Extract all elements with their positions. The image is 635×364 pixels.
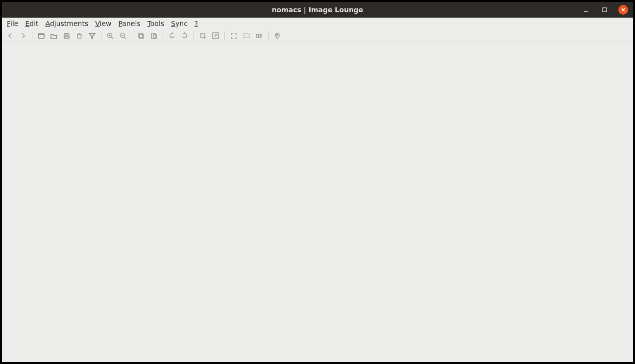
menu-adjustments[interactable]: Adjustments <box>46 20 89 27</box>
delete-icon[interactable] <box>74 30 85 41</box>
gps-icon[interactable] <box>272 30 283 41</box>
menu-tools[interactable]: Tools <box>147 20 165 27</box>
next-icon[interactable] <box>18 30 28 41</box>
zoom-in-icon[interactable] <box>105 30 116 41</box>
toolbar <box>2 29 633 42</box>
svg-marker-7 <box>89 33 95 38</box>
resize-icon[interactable] <box>210 30 221 41</box>
svg-rect-1 <box>603 8 607 12</box>
toolbar-separator <box>132 31 132 40</box>
zoom-out-icon[interactable] <box>118 30 128 41</box>
svg-line-9 <box>112 37 114 39</box>
app-window: nomacs | Image Lounge File Edit Adjustme… <box>1 1 634 363</box>
menu-panels[interactable]: Panels <box>119 20 141 27</box>
fullscreen-icon[interactable] <box>228 30 239 41</box>
thumbnails-icon[interactable] <box>254 30 265 41</box>
menu-sync[interactable]: Sync <box>171 20 188 27</box>
toolbar-separator <box>268 31 269 40</box>
svg-rect-22 <box>259 34 261 37</box>
svg-rect-20 <box>244 34 249 38</box>
svg-rect-5 <box>65 33 68 35</box>
window-controls <box>581 2 630 18</box>
svg-point-24 <box>277 34 278 36</box>
save-icon[interactable] <box>61 30 72 41</box>
rotate-ccw-icon[interactable] <box>167 30 177 41</box>
menu-file[interactable]: File <box>7 20 18 27</box>
previous-icon[interactable] <box>5 30 16 41</box>
toolbar-separator <box>224 31 225 40</box>
toolbar-separator <box>32 31 32 40</box>
svg-line-13 <box>124 37 126 39</box>
menu-edit[interactable]: Edit <box>25 20 38 27</box>
svg-rect-21 <box>256 34 258 37</box>
minimize-button[interactable] <box>581 5 591 15</box>
copy-icon[interactable] <box>136 30 147 41</box>
menu-help[interactable]: ? <box>195 20 198 27</box>
rotate-cw-icon[interactable] <box>179 30 190 41</box>
close-button[interactable] <box>618 5 628 15</box>
crop-icon[interactable] <box>197 30 208 41</box>
image-canvas[interactable] <box>2 42 633 362</box>
svg-rect-6 <box>65 36 68 38</box>
paste-icon[interactable] <box>148 30 159 41</box>
menu-view[interactable]: View <box>95 20 111 27</box>
open-folder-icon[interactable] <box>49 30 59 41</box>
window-title: nomacs | Image Lounge <box>272 6 364 14</box>
toolbar-separator <box>194 31 194 40</box>
maximize-button[interactable] <box>600 5 610 15</box>
open-file-icon[interactable] <box>36 30 47 41</box>
menubar: File Edit Adjustments View Panels Tools … <box>2 18 633 29</box>
filter-icon[interactable] <box>87 30 98 41</box>
titlebar: nomacs | Image Lounge <box>2 2 633 18</box>
fit-window-icon[interactable] <box>241 30 252 41</box>
toolbar-separator <box>101 31 101 40</box>
toolbar-separator <box>163 31 163 40</box>
